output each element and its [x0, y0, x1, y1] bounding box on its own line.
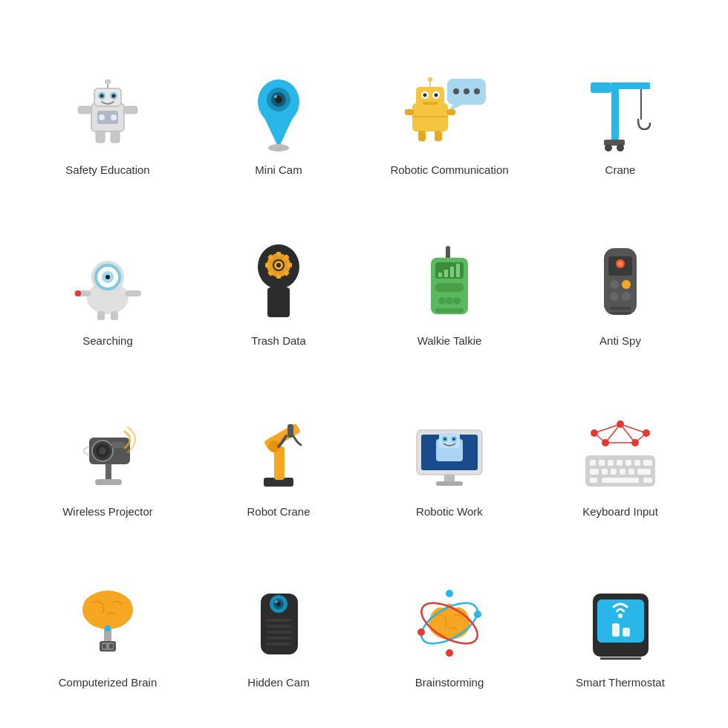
svg-point-21: [268, 144, 289, 152]
icon-cell-crane[interactable]: Crane: [539, 26, 702, 189]
svg-rect-54: [125, 290, 141, 296]
svg-rect-42: [611, 82, 650, 89]
svg-point-47: [617, 144, 624, 152]
icon-cell-safety-education[interactable]: Safety Education: [26, 26, 189, 189]
svg-rect-56: [111, 311, 118, 320]
svg-rect-61: [276, 252, 281, 256]
svg-rect-130: [599, 460, 605, 466]
svg-point-80: [438, 297, 446, 305]
svg-point-91: [622, 292, 631, 301]
trash-data-icon: [238, 242, 319, 324]
safety-education-icon: [67, 71, 149, 153]
icon-cell-robotic-communication[interactable]: Robotic Communication: [368, 26, 531, 189]
svg-point-81: [446, 297, 453, 305]
svg-rect-92: [610, 307, 631, 310]
svg-rect-27: [412, 103, 448, 131]
keyboard-input-label: Keyboard Input: [582, 505, 658, 518]
svg-rect-158: [267, 625, 292, 628]
icon-cell-computerized-brain[interactable]: Computerized Brain: [26, 539, 189, 702]
svg-rect-41: [611, 82, 619, 142]
svg-rect-55: [97, 311, 105, 320]
svg-rect-150: [109, 644, 113, 649]
svg-point-70: [276, 263, 281, 267]
icon-cell-wireless-projector[interactable]: Wireless Projector: [26, 368, 189, 531]
svg-rect-172: [612, 623, 620, 637]
svg-point-57: [75, 290, 81, 296]
icon-cell-mini-cam[interactable]: Mini Cam: [197, 26, 360, 189]
wireless-projector-icon: [67, 413, 149, 495]
computerized-brain-icon: [67, 584, 149, 666]
svg-rect-134: [634, 460, 640, 466]
svg-rect-83: [435, 308, 464, 313]
svg-rect-143: [602, 478, 639, 483]
icon-cell-searching[interactable]: Searching: [26, 197, 189, 360]
svg-line-123: [594, 433, 605, 443]
icon-cell-walkie-talkie[interactable]: Walkie Talkie: [368, 197, 531, 360]
svg-rect-77: [450, 267, 454, 277]
keyboard-input-icon: [579, 413, 661, 495]
svg-rect-133: [625, 460, 631, 466]
svg-rect-10: [96, 131, 105, 143]
svg-rect-67: [265, 263, 270, 267]
svg-point-32: [435, 94, 438, 97]
searching-label: Searching: [82, 334, 133, 347]
svg-point-167: [446, 590, 453, 597]
svg-point-88: [610, 280, 619, 289]
crane-label: Crane: [605, 163, 636, 176]
svg-rect-37: [446, 109, 455, 115]
icon-cell-smart-thermostat[interactable]: Smart Thermostat: [539, 539, 702, 702]
anti-spy-icon: [579, 242, 661, 324]
icon-cell-robot-crane[interactable]: Robot Crane: [197, 368, 360, 531]
svg-point-35: [428, 77, 432, 82]
svg-rect-114: [444, 475, 455, 482]
svg-rect-161: [267, 643, 292, 646]
svg-rect-71: [267, 287, 290, 317]
svg-rect-129: [590, 460, 596, 466]
icon-cell-trash-data[interactable]: Trash Data: [197, 197, 360, 360]
icon-cell-brainstorming[interactable]: Brainstorming: [368, 539, 531, 702]
svg-point-89: [622, 280, 631, 289]
icon-cell-keyboard-input[interactable]: Keyboard Input: [539, 368, 702, 531]
crane-icon: [579, 71, 661, 153]
robotic-communication-icon: [409, 71, 490, 153]
svg-rect-142: [590, 478, 597, 483]
svg-point-113: [452, 438, 455, 441]
svg-rect-170: [597, 599, 644, 643]
icon-cell-hidden-cam[interactable]: Hidden Cam: [197, 539, 360, 702]
svg-rect-75: [438, 273, 442, 277]
svg-point-25: [464, 88, 469, 94]
svg-rect-157: [267, 619, 292, 622]
svg-rect-144: [643, 478, 652, 483]
svg-point-87: [618, 261, 623, 266]
svg-rect-135: [643, 460, 652, 466]
anti-spy-label: Anti Spy: [599, 334, 641, 347]
svg-point-151: [105, 625, 111, 631]
svg-line-124: [635, 433, 646, 443]
searching-icon: [67, 242, 149, 324]
svg-point-112: [443, 438, 446, 441]
svg-rect-78: [456, 264, 460, 277]
svg-marker-16: [264, 117, 293, 148]
svg-rect-141: [637, 469, 651, 475]
svg-rect-132: [617, 460, 623, 466]
svg-rect-173: [623, 628, 630, 637]
robotic-work-label: Robotic Work: [416, 505, 483, 518]
wireless-projector-label: Wireless Projector: [62, 505, 153, 518]
brainstorming-icon: [409, 584, 490, 666]
mini-cam-label: Mini Cam: [255, 163, 302, 176]
svg-rect-65: [276, 274, 281, 279]
svg-rect-33: [423, 102, 438, 105]
svg-point-168: [446, 649, 453, 657]
svg-rect-174: [600, 657, 641, 660]
svg-point-52: [105, 275, 110, 279]
robot-crane-label: Robot Crane: [247, 505, 310, 518]
icon-cell-anti-spy[interactable]: Anti Spy: [539, 197, 702, 360]
svg-point-26: [474, 88, 480, 94]
svg-rect-139: [620, 469, 625, 475]
svg-rect-149: [103, 644, 106, 649]
icon-grid: Safety Education Mini Cam: [11, 11, 717, 717]
computerized-brain-label: Computerized Brain: [59, 676, 157, 689]
icon-cell-robotic-work[interactable]: Robotic Work: [368, 368, 531, 531]
svg-rect-159: [267, 631, 292, 634]
svg-rect-138: [611, 469, 617, 475]
